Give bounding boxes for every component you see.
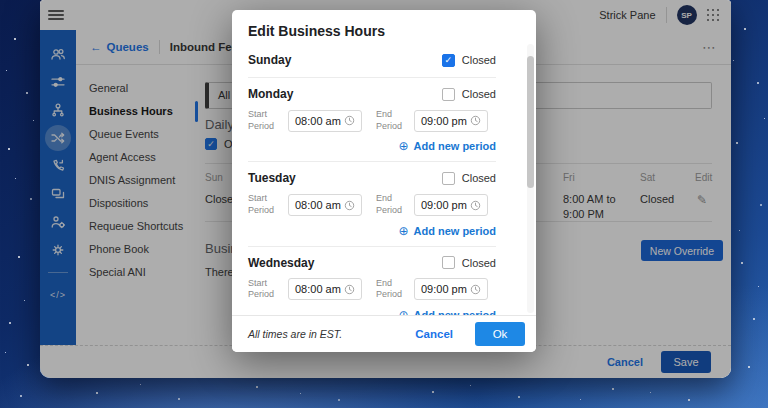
clock-icon	[470, 200, 481, 211]
clock-icon	[344, 284, 355, 295]
end-time-input-wednesday[interactable]: 09:00 pm	[414, 278, 488, 300]
clock-icon	[344, 115, 355, 126]
closed-label-monday: Closed	[462, 88, 496, 100]
day-section-tuesday: Tuesday Closed Start Period 08:00 am End…	[248, 162, 496, 245]
closed-label-wednesday: Closed	[462, 257, 496, 269]
add-period-button-monday[interactable]: ⊕ Add new period	[248, 132, 496, 161]
end-time-input-tuesday[interactable]: 09:00 pm	[414, 194, 488, 216]
modal-body: Sunday ✓ Closed Monday Closed Start Peri…	[232, 40, 536, 315]
add-circle-icon: ⊕	[398, 140, 408, 152]
timezone-note: All times are in EST.	[248, 328, 415, 340]
day-name-sunday: Sunday	[248, 53, 291, 67]
clock-icon	[470, 115, 481, 126]
closed-checkbox-tuesday[interactable]	[442, 172, 455, 185]
closed-label-tuesday: Closed	[462, 172, 496, 184]
start-period-label: Start Period	[248, 193, 282, 216]
end-period-label: End Period	[376, 278, 408, 301]
closed-label-sunday: Closed	[462, 54, 496, 66]
modal-title: Edit Business Hours	[232, 10, 536, 39]
day-name-tuesday: Tuesday	[248, 171, 296, 185]
add-period-button-tuesday[interactable]: ⊕ Add new period	[248, 217, 496, 246]
add-period-button-wednesday[interactable]: ⊕ Add new period	[248, 301, 496, 315]
start-time-input-wednesday[interactable]: 08:00 am	[288, 278, 362, 300]
modal-scrollbar-thumb[interactable]	[527, 56, 534, 188]
clock-icon	[344, 200, 355, 211]
closed-checkbox-monday[interactable]	[442, 88, 455, 101]
closed-checkbox-wednesday[interactable]	[442, 256, 455, 269]
modal-cancel-button[interactable]: Cancel	[415, 328, 453, 340]
modal-footer: All times are in EST. Cancel Ok	[232, 315, 536, 352]
day-name-monday: Monday	[248, 87, 293, 101]
edit-business-hours-dialog: Edit Business Hours Sunday ✓ Closed Mond…	[232, 10, 536, 352]
closed-checkbox-sunday[interactable]: ✓	[442, 54, 455, 67]
day-section-monday: Monday Closed Start Period 08:00 am End …	[248, 78, 496, 161]
start-time-input-monday[interactable]: 08:00 am	[288, 110, 362, 132]
add-circle-icon: ⊕	[398, 225, 408, 237]
end-period-label: End Period	[376, 109, 408, 132]
clock-icon	[470, 284, 481, 295]
stars-decoration-small	[0, 0, 1, 1]
day-name-wednesday: Wednesday	[248, 256, 314, 270]
day-row-sunday: Sunday ✓ Closed	[248, 40, 496, 77]
start-period-label: Start Period	[248, 109, 282, 132]
ok-button[interactable]: Ok	[475, 322, 525, 346]
day-section-wednesday: Wednesday Closed Start Period 08:00 am E…	[248, 247, 496, 315]
start-time-input-tuesday[interactable]: 08:00 am	[288, 194, 362, 216]
end-period-label: End Period	[376, 193, 408, 216]
start-period-label: Start Period	[248, 278, 282, 301]
end-time-input-monday[interactable]: 09:00 pm	[414, 110, 488, 132]
